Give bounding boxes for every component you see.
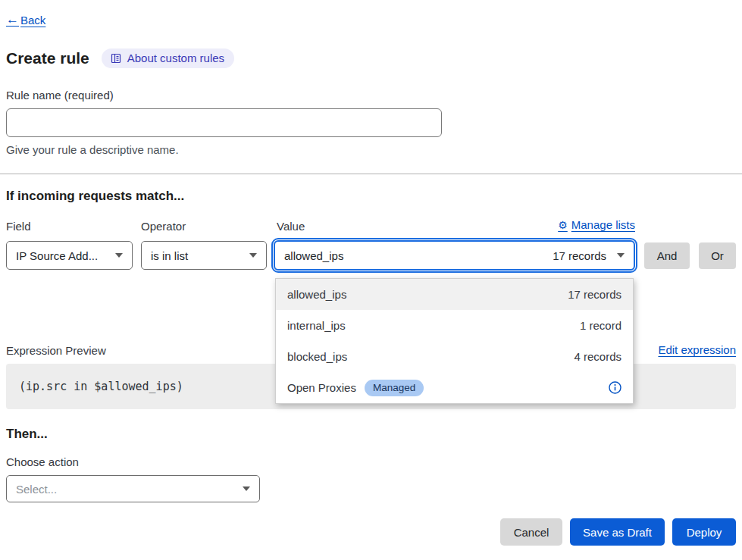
list-records: 1 record (580, 319, 621, 332)
create-rule-page: ←Back Create rule About custom rules Rul… (0, 0, 742, 560)
chevron-down-icon (243, 486, 250, 491)
choose-action-label: Choose action (6, 455, 79, 468)
rule-name-section: Rule name (required) Give your rule a de… (6, 89, 442, 156)
chevron-down-icon (115, 253, 123, 258)
value-select[interactable]: allowed_ips 17 records (274, 240, 635, 271)
list-records: 4 records (574, 350, 621, 363)
section-divider (0, 174, 742, 174)
dropdown-item-open-proxies[interactable]: Open Proxies Managed (276, 372, 633, 403)
expression-preview-label: Expression Preview (6, 344, 106, 357)
manage-lists-link[interactable]: ⚙ Manage lists (558, 218, 635, 231)
action-select[interactable]: Select... (6, 475, 260, 502)
field-select-value: IP Source Add... (16, 249, 98, 262)
manage-lists-label: Manage lists (571, 218, 635, 231)
page-title: Create rule (6, 49, 89, 67)
field-label: Field (6, 220, 31, 233)
chevron-down-icon (249, 253, 257, 258)
action-select-placeholder: Select... (16, 483, 57, 496)
back-arrow-icon: ← (6, 12, 19, 27)
value-select-value: allowed_ips (284, 249, 343, 262)
field-select[interactable]: IP Source Add... (6, 241, 133, 270)
book-icon (110, 52, 122, 64)
about-custom-rules-label: About custom rules (127, 52, 224, 64)
list-name: blocked_ips (287, 350, 347, 363)
operator-select-value: is in list (151, 249, 188, 262)
or-button[interactable]: Or (699, 242, 736, 269)
rule-name-input[interactable] (6, 108, 442, 137)
gear-icon: ⚙ (558, 220, 568, 230)
operator-label: Operator (141, 220, 186, 233)
list-name: Open Proxies (287, 381, 356, 394)
dropdown-item-blocked-ips[interactable]: blocked_ips 4 records (276, 341, 633, 372)
rule-name-label: Rule name (required) (6, 89, 442, 102)
about-custom-rules-link[interactable]: About custom rules (102, 48, 234, 68)
value-select-records: 17 records (553, 249, 606, 262)
then-heading: Then... (6, 427, 48, 442)
edit-expression-link[interactable]: Edit expression (658, 343, 736, 356)
rule-name-helper-text: Give your rule a descriptive name. (6, 143, 442, 156)
back-link[interactable]: ←Back (6, 12, 45, 27)
info-icon[interactable] (609, 381, 621, 394)
value-dropdown-menu: allowed_ips 17 records internal_ips 1 re… (275, 278, 634, 404)
list-records: 17 records (568, 288, 621, 301)
list-name: allowed_ips (287, 288, 346, 301)
value-label: Value (277, 220, 305, 233)
chevron-down-icon (617, 253, 625, 258)
dropdown-item-internal-ips[interactable]: internal_ips 1 record (276, 310, 633, 341)
title-row: Create rule About custom rules (6, 48, 234, 68)
deploy-button[interactable]: Deploy (672, 518, 736, 546)
and-button[interactable]: And (644, 242, 690, 269)
list-name: internal_ips (287, 319, 346, 332)
dropdown-item-allowed-ips[interactable]: allowed_ips 17 records (276, 279, 633, 310)
cancel-button[interactable]: Cancel (500, 518, 562, 546)
back-label: Back (20, 14, 45, 27)
expression-code: (ip.src in $allowed_ips) (6, 380, 183, 393)
operator-select[interactable]: is in list (141, 241, 267, 270)
match-heading: If incoming requests match... (6, 189, 184, 204)
managed-badge: Managed (365, 380, 424, 396)
save-as-draft-button[interactable]: Save as Draft (570, 518, 665, 546)
